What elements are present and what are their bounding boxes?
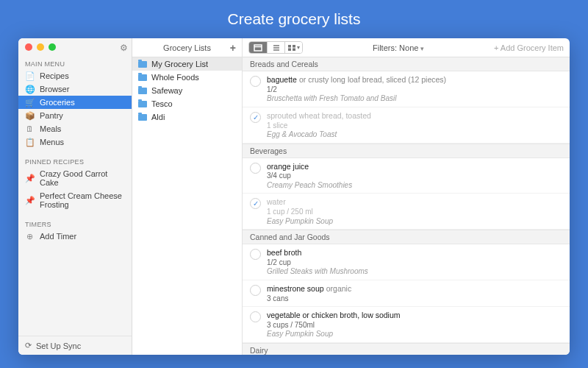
lists-header: Grocery Lists + xyxy=(132,38,242,57)
sidebar: MAIN MENU📄Recipes🌐Browser🛒Groceries📦Pant… xyxy=(18,38,132,355)
grocery-source-recipe: Creamy Peach Smoothies xyxy=(267,181,562,191)
grocery-name: beef broth xyxy=(267,248,301,257)
app-window: ⚙ MAIN MENU📄Recipes🌐Browser🛒Groceries📦Pa… xyxy=(18,38,570,355)
add-timer-icon: ⊕ xyxy=(25,232,35,241)
grid-icon xyxy=(287,44,296,52)
sidebar-item-meals[interactable]: 🗓Meals xyxy=(18,122,132,135)
grocery-qty: 1/2 xyxy=(267,85,562,95)
add-list-button[interactable]: + xyxy=(230,42,236,54)
list-icon xyxy=(272,44,281,52)
view-mode-grid[interactable]: ▾ xyxy=(284,42,302,53)
sidebar-item-pantry[interactable]: 📦Pantry xyxy=(18,109,132,122)
list-row-label: Safeway xyxy=(151,86,182,95)
svg-rect-8 xyxy=(293,48,295,51)
filters-dropdown[interactable]: Filters: None xyxy=(310,43,487,52)
grocery-checkbox[interactable]: ✓ xyxy=(250,112,261,123)
list-row[interactable]: My Grocery List xyxy=(132,57,242,71)
grocery-checkbox[interactable]: ✓ xyxy=(250,198,261,209)
close-window[interactable] xyxy=(25,43,32,51)
gear-icon[interactable]: ⚙ xyxy=(120,43,128,53)
grocery-qty: 1 cup / 250 ml xyxy=(267,208,562,217)
grocery-row[interactable]: ✓water1 cup / 250 mlEasy Pumpkin Soup xyxy=(243,194,570,230)
folder-icon xyxy=(138,74,147,81)
folder-icon xyxy=(138,114,147,121)
sidebar-item-label: Crazy Good Carrot Cake xyxy=(40,169,125,187)
zoom-window[interactable] xyxy=(49,43,56,51)
main-panel: ▾ Filters: None Add Grocery Item Breads … xyxy=(243,38,570,355)
pantry-icon: 📦 xyxy=(25,111,35,120)
svg-rect-0 xyxy=(254,45,262,51)
grocery-row[interactable]: baguette or crusty long loaf bread, slic… xyxy=(243,71,570,107)
list-row[interactable]: Aldi xyxy=(132,110,242,124)
sidebar-item-browser[interactable]: 🌐Browser xyxy=(18,82,132,96)
window-controls xyxy=(25,43,56,51)
grocery-name: vegetable or chicken broth, low sodium xyxy=(267,311,401,319)
svg-rect-7 xyxy=(288,48,291,51)
grocery-name: baguette xyxy=(267,75,297,84)
grocery-checkbox[interactable] xyxy=(250,285,261,296)
sidebar-section-label: TIMERS xyxy=(18,218,132,230)
sidebar-item-menus[interactable]: 📋Menus xyxy=(18,135,132,149)
sidebar-item-label: Browser xyxy=(40,85,69,93)
sidebar-item-label: Groceries xyxy=(40,98,75,107)
grocery-row[interactable]: minestrone soup organic3 cans xyxy=(243,280,570,307)
menus-icon: 📋 xyxy=(25,138,35,146)
view-mode-segmented: ▾ xyxy=(248,41,303,54)
carrot-cake-icon: 📌 xyxy=(25,174,35,183)
svg-rect-6 xyxy=(293,45,295,48)
list-row[interactable]: Tesco xyxy=(132,97,242,110)
grocery-source-recipe: Easy Pumpkin Soup xyxy=(267,217,562,227)
grocery-name: sprouted wheat bread, toasted xyxy=(267,111,371,120)
grocery-source-recipe: Grilled Steaks with Mushrooms xyxy=(267,267,562,277)
sidebar-item-carrot-cake[interactable]: 📌Crazy Good Carrot Cake xyxy=(18,167,132,189)
sidebar-item-label: Meals xyxy=(40,124,61,133)
list-row-label: Tesco xyxy=(151,99,173,108)
grocery-checkbox[interactable] xyxy=(250,163,261,174)
grocery-qty: 3 cans xyxy=(267,294,562,304)
set-up-sync-button[interactable]: ⟳Set Up Sync xyxy=(18,336,132,355)
folder-icon xyxy=(138,88,147,94)
sidebar-item-label: Pantry xyxy=(40,111,63,120)
sidebar-item-label: Menus xyxy=(40,138,64,146)
list-row[interactable]: Whole Foods xyxy=(132,71,242,84)
grocery-row[interactable]: beef broth1/2 cupGrilled Steaks with Mus… xyxy=(243,244,570,280)
view-mode-card[interactable] xyxy=(249,42,267,53)
list-row[interactable]: Safeway xyxy=(132,84,242,97)
sidebar-section-label: MAIN MENU xyxy=(18,57,132,69)
sidebar-item-add-timer[interactable]: ⊕Add Timer xyxy=(18,230,132,243)
grocery-checkbox[interactable] xyxy=(250,311,261,322)
grocery-note: organic xyxy=(326,284,351,293)
grocery-row[interactable]: orange juice3/4 cupCreamy Peach Smoothie… xyxy=(243,158,570,194)
category-header: Canned and Jar Goods xyxy=(243,230,570,244)
page-title: Create grocery lists xyxy=(228,10,361,28)
grocery-name: minestrone soup xyxy=(267,284,324,293)
grocery-checkbox[interactable] xyxy=(250,76,261,87)
grocery-lists-panel: Grocery Lists + My Grocery ListWhole Foo… xyxy=(132,38,243,355)
grocery-source-recipe: Bruschetta with Fresh Tomato and Basil xyxy=(267,94,562,104)
category-header: Dairy xyxy=(243,343,570,355)
grocery-content[interactable]: Breads and Cerealsbaguette or crusty lon… xyxy=(243,57,570,355)
card-icon xyxy=(254,44,262,52)
sidebar-item-frosting[interactable]: 📌Perfect Cream Cheese Frosting xyxy=(18,189,132,211)
sidebar-item-label: Perfect Cream Cheese Frosting xyxy=(40,191,125,209)
view-mode-list[interactable] xyxy=(267,42,284,53)
folder-icon xyxy=(138,101,147,107)
grocery-checkbox[interactable] xyxy=(250,249,261,260)
toolbar: ▾ Filters: None Add Grocery Item xyxy=(243,38,570,57)
add-grocery-item-input[interactable]: Add Grocery Item xyxy=(494,43,564,52)
svg-rect-5 xyxy=(288,45,291,48)
list-row-label: Aldi xyxy=(151,113,165,121)
grocery-qty: 3 cups / 750ml xyxy=(267,321,562,330)
lists-title: Grocery Lists xyxy=(132,43,242,52)
sidebar-item-groceries[interactable]: 🛒Groceries xyxy=(18,96,132,109)
sidebar-item-recipes[interactable]: 📄Recipes xyxy=(18,69,132,82)
minimize-window[interactable] xyxy=(37,43,44,51)
grocery-row[interactable]: ✓sprouted wheat bread, toasted1 sliceEgg… xyxy=(243,107,570,144)
grocery-qty: 1/2 cup xyxy=(267,258,562,268)
list-row-label: Whole Foods xyxy=(151,73,199,82)
meals-icon: 🗓 xyxy=(25,124,35,133)
sync-label: Set Up Sync xyxy=(36,342,81,350)
recipes-icon: 📄 xyxy=(25,71,35,80)
grocery-row[interactable]: vegetable or chicken broth, low sodium3 … xyxy=(243,307,570,343)
list-row-label: My Grocery List xyxy=(151,60,208,68)
